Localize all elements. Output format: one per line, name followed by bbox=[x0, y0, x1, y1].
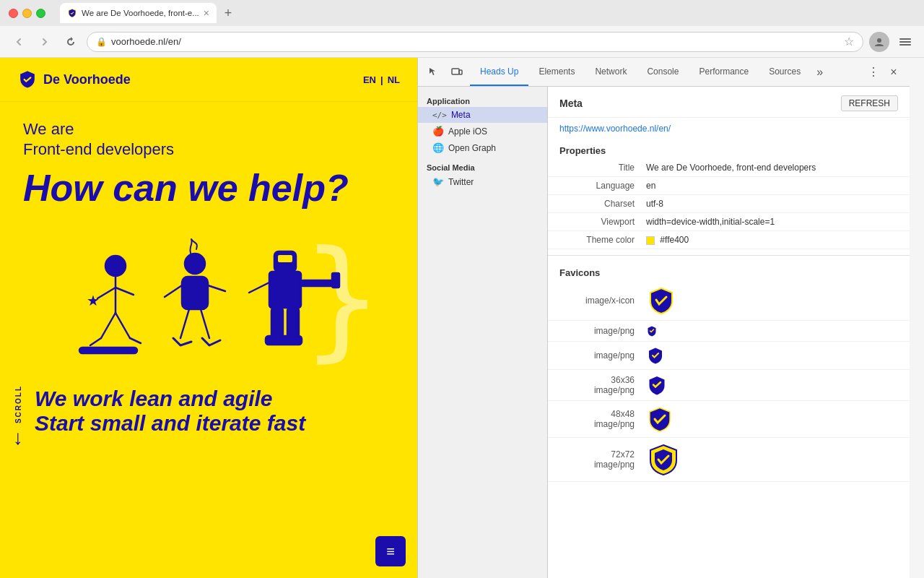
apple-icon: 🍎 bbox=[432, 126, 444, 137]
favicon-label-36: 36x36 image/png bbox=[559, 375, 646, 395]
refresh-button[interactable]: REFRESH bbox=[841, 95, 898, 111]
devtools-main-panel: Meta REFRESH https://www.voorhoede.nl/en… bbox=[548, 87, 910, 578]
theme-color-swatch bbox=[646, 236, 655, 245]
lean-text: We work lean and agile bbox=[35, 387, 394, 411]
svg-line-20 bbox=[201, 309, 209, 338]
tab-headsup[interactable]: Heads Up bbox=[470, 58, 528, 86]
site-logo-text: De Voorhoede bbox=[43, 72, 131, 87]
sidebar-item-twitter[interactable]: 🐦 Twitter bbox=[418, 173, 547, 190]
devtools-toolbar: Heads Up Elements Network Console Perfor… bbox=[418, 58, 910, 87]
svg-line-11 bbox=[90, 338, 101, 345]
opengraph-icon: 🌐 bbox=[432, 142, 444, 153]
site-body: We are Front-end developers How can we h… bbox=[0, 102, 417, 226]
site-logo: De Voorhoede bbox=[17, 69, 131, 90]
chrome-menu-button[interactable] bbox=[895, 32, 915, 52]
prop-key-viewport: Viewport bbox=[559, 217, 646, 227]
tab-performance[interactable]: Performance bbox=[689, 58, 759, 86]
devtools-responsive-button[interactable] bbox=[447, 62, 467, 82]
tab-favicon-icon bbox=[67, 8, 77, 18]
bottom-section: SCROLL ↓ We work lean and agile Start sm… bbox=[0, 378, 417, 479]
sidebar-item-meta-label: Meta bbox=[451, 110, 471, 120]
back-button[interactable] bbox=[9, 32, 29, 52]
site-header: De Voorhoede EN | NL bbox=[0, 58, 417, 102]
new-tab-button[interactable]: + bbox=[218, 3, 238, 23]
reload-icon bbox=[65, 36, 77, 48]
meta-url-link[interactable]: https://www.voorhoede.nl/en/ bbox=[548, 118, 910, 139]
prop-key-charset: Charset bbox=[559, 199, 646, 209]
sidebar-item-meta[interactable]: </> Meta bbox=[418, 107, 547, 123]
property-row-title: Title We are De Voorhoede, front-end dev… bbox=[548, 159, 910, 177]
back-icon bbox=[13, 36, 25, 48]
devtools-close-button[interactable]: × bbox=[884, 62, 904, 82]
address-text: voorhoede.nl/en/ bbox=[111, 36, 840, 47]
active-tab[interactable]: We are De Voorhoede, front-e... × bbox=[60, 3, 217, 23]
favicon-label-png-md: image/png bbox=[559, 350, 646, 361]
social-media-section-label: Social Media bbox=[418, 159, 547, 173]
favicon-png-sm-image bbox=[646, 325, 658, 337]
lang-nl[interactable]: NL bbox=[388, 74, 400, 85]
sidebar-item-opengraph-label: Open Graph bbox=[448, 143, 496, 153]
hero-illustration: } ★ bbox=[0, 226, 417, 378]
title-bar: We are De Voorhoede, front-e... × + bbox=[0, 0, 924, 26]
address-bar[interactable]: 🔒 voorhoede.nl/en/ ☆ bbox=[87, 32, 863, 52]
minimize-button[interactable] bbox=[22, 9, 32, 18]
svg-point-14 bbox=[185, 254, 205, 274]
we-are-text: We are bbox=[23, 119, 394, 140]
svg-rect-1 bbox=[899, 38, 911, 40]
favicons-header: Favicons bbox=[548, 262, 910, 281]
svg-line-18 bbox=[208, 285, 225, 291]
tab-sources[interactable]: Sources bbox=[759, 58, 811, 86]
inspect-icon bbox=[428, 66, 440, 78]
sidebar-item-apple-label: Apple iOS bbox=[448, 126, 487, 137]
language-switcher[interactable]: EN | NL bbox=[363, 74, 400, 85]
iterate-text: Start small and iterate fast bbox=[35, 411, 394, 436]
sidebar-item-apple-ios[interactable]: 🍎 Apple iOS bbox=[418, 123, 547, 139]
reload-button[interactable] bbox=[61, 32, 81, 52]
social-media-section: Social Media 🐦 Twitter bbox=[418, 159, 547, 190]
favicon-row-png-md: image/png bbox=[548, 342, 910, 370]
scroll-text: SCROLL bbox=[14, 385, 22, 423]
bottom-taglines: We work lean and agile Start small and i… bbox=[0, 378, 394, 436]
devtools-tabs-more[interactable]: » bbox=[811, 58, 829, 86]
prop-value-theme-color: #ffe400 bbox=[646, 235, 898, 245]
bookmark-icon[interactable]: ☆ bbox=[844, 35, 854, 48]
meta-section-header: Meta REFRESH bbox=[548, 87, 910, 118]
devtools-settings-button[interactable]: ⋮ bbox=[863, 62, 884, 82]
sidebar-item-opengraph[interactable]: 🌐 Open Graph bbox=[418, 139, 547, 156]
devtools-inspect-button[interactable] bbox=[424, 62, 444, 82]
forward-button[interactable] bbox=[35, 32, 55, 52]
svg-line-17 bbox=[165, 285, 182, 297]
svg-rect-31 bbox=[452, 69, 459, 74]
menu-fab-button[interactable]: ≡ bbox=[375, 536, 406, 566]
favicon-48-image bbox=[646, 405, 674, 433]
tab-console[interactable]: Console bbox=[637, 58, 689, 86]
devtools-right-buttons: ⋮ × bbox=[863, 62, 904, 82]
svg-rect-22 bbox=[278, 255, 292, 262]
svg-rect-25 bbox=[332, 273, 339, 288]
svg-rect-23 bbox=[269, 272, 301, 308]
tab-close-icon[interactable]: × bbox=[204, 7, 209, 19]
content-area: De Voorhoede EN | NL We are Front-end de… bbox=[0, 58, 924, 578]
prop-key-theme-color: Theme color bbox=[559, 235, 646, 245]
favicon-label-72: 72x72 image/png bbox=[559, 449, 646, 470]
svg-rect-3 bbox=[899, 44, 911, 46]
favicon-xicon-image bbox=[646, 285, 676, 316]
hero-figures-svg: ★ bbox=[58, 233, 346, 378]
favicon-36-image bbox=[646, 374, 668, 396]
favicon-label-xicon: image/x-icon bbox=[559, 296, 646, 306]
profile-icon bbox=[873, 36, 885, 48]
maximize-button[interactable] bbox=[36, 9, 45, 18]
profile-button[interactable] bbox=[869, 32, 889, 52]
logo-shield-icon bbox=[17, 69, 38, 90]
responsive-icon bbox=[451, 66, 463, 78]
devtools-panel: Heads Up Elements Network Console Perfor… bbox=[417, 58, 910, 578]
tab-performance-label: Performance bbox=[699, 66, 749, 77]
lang-en[interactable]: EN bbox=[363, 74, 376, 85]
tab-network[interactable]: Network bbox=[585, 58, 637, 86]
devtools-sidebar: Application </> Meta 🍎 Apple iOS 🌐 Open … bbox=[418, 87, 548, 578]
svg-point-4 bbox=[105, 256, 126, 276]
close-button[interactable] bbox=[9, 9, 18, 18]
tab-elements[interactable]: Elements bbox=[528, 58, 585, 86]
application-section: Application </> Meta 🍎 Apple iOS 🌐 Open … bbox=[418, 92, 547, 156]
tab-sources-label: Sources bbox=[769, 66, 801, 77]
